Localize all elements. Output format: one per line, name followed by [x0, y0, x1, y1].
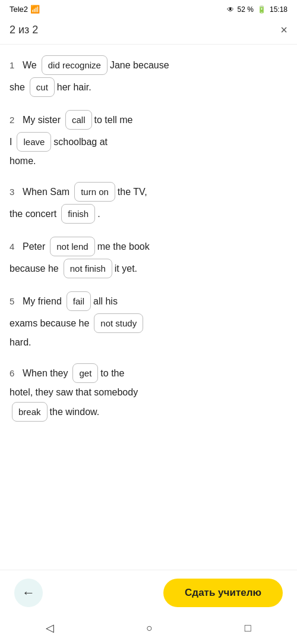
word-text: When Sam [23, 184, 69, 201]
word-text: she [10, 79, 25, 96]
word-text: My friend [23, 293, 62, 310]
answer-input[interactable]: not lend [50, 237, 94, 256]
exercise-number-4: 4 [10, 238, 19, 255]
word-text: When they [23, 365, 68, 382]
answer-input[interactable]: turn on [74, 182, 115, 202]
word-text: her hair. [57, 79, 91, 96]
signal-icon: 📶 [30, 5, 40, 14]
header: 2 из 2 × [0, 18, 297, 45]
exercise-number-3: 3 [10, 184, 19, 200]
system-nav: ◁ ○ □ [0, 615, 297, 644]
word-text: home. [10, 153, 36, 170]
exercise-item-1: 1Wedid recognizeJane becauseshecuther ha… [10, 54, 287, 98]
status-left: Tele2 📶 [10, 5, 40, 14]
exercise-item-4: 4Peternot lendme the bookbecause henot f… [10, 235, 287, 279]
exercise-item-6: 6When theygetto thehotel, they saw that … [10, 362, 287, 423]
status-bar: Tele2 📶 👁 52 % 🔋 15:18 [0, 0, 297, 18]
carrier-label: Tele2 [10, 5, 28, 14]
back-button[interactable]: ← [14, 579, 43, 607]
word-text: exams because he [10, 315, 89, 332]
battery-pct: 52 % [238, 5, 254, 14]
sys-recent-button[interactable]: □ [245, 622, 251, 634]
battery-icon: 🔋 [257, 5, 266, 14]
word-text: We [23, 57, 37, 74]
word-text: the TV, [118, 184, 147, 201]
answer-input[interactable]: did recognize [42, 55, 108, 75]
exercise-content: 1Wedid recognizeJane becauseshecuther ha… [0, 45, 297, 570]
word-text: because he [10, 260, 59, 278]
exercise-number-5: 5 [10, 293, 19, 309]
word-text: the concert [10, 206, 56, 223]
word-text: to tell me [94, 112, 133, 129]
word-text: hotel, they saw that somebody [10, 384, 138, 401]
word-text: hard. [10, 334, 31, 351]
status-right: 👁 52 % 🔋 15:18 [227, 5, 287, 14]
word-text: the window. [50, 404, 100, 421]
eye-icon: 👁 [227, 5, 234, 14]
sys-home-button[interactable]: ○ [146, 622, 153, 634]
word-text: all his [93, 293, 118, 310]
word-text: me the book [97, 238, 150, 256]
exercise-item-3: 3When Samturn onthe TV,the concertfinish… [10, 181, 287, 225]
answer-input[interactable]: not study [94, 313, 143, 333]
exercise-number-6: 6 [10, 365, 19, 381]
word-text: schoolbag at [53, 134, 108, 151]
answer-input[interactable]: leave [17, 132, 51, 152]
word-text: My sister [23, 112, 61, 129]
word-text: . [97, 206, 100, 223]
page-title: 2 из 2 [10, 24, 38, 36]
answer-input[interactable]: fail [67, 291, 91, 311]
answer-input[interactable]: finish [61, 204, 95, 224]
exercise-number-2: 2 [10, 112, 19, 128]
answer-input[interactable]: cut [30, 77, 55, 97]
answer-input[interactable]: get [72, 363, 98, 383]
time-label: 15:18 [270, 5, 287, 14]
submit-button[interactable]: Сдать учителю [163, 579, 283, 607]
answer-input[interactable]: call [65, 110, 92, 130]
exercise-number-1: 1 [10, 57, 19, 73]
word-text: to the [100, 365, 124, 382]
back-icon: ← [22, 585, 35, 601]
answer-input[interactable]: break [12, 402, 48, 422]
exercise-item-2: 2My sistercallto tell meIleaveschoolbag … [10, 109, 287, 170]
word-text: Jane because [110, 57, 169, 74]
word-text: I [10, 134, 12, 151]
sys-back-button[interactable]: ◁ [46, 621, 54, 634]
close-button[interactable]: × [280, 23, 287, 37]
answer-input[interactable]: not finish [64, 259, 112, 278]
exercise-item-5: 5My friendfailall hisexams because henot… [10, 290, 287, 351]
bottom-bar: ← Сдать учителю [0, 570, 297, 615]
word-text: it yet. [115, 260, 137, 278]
word-text: Peter [23, 238, 45, 256]
